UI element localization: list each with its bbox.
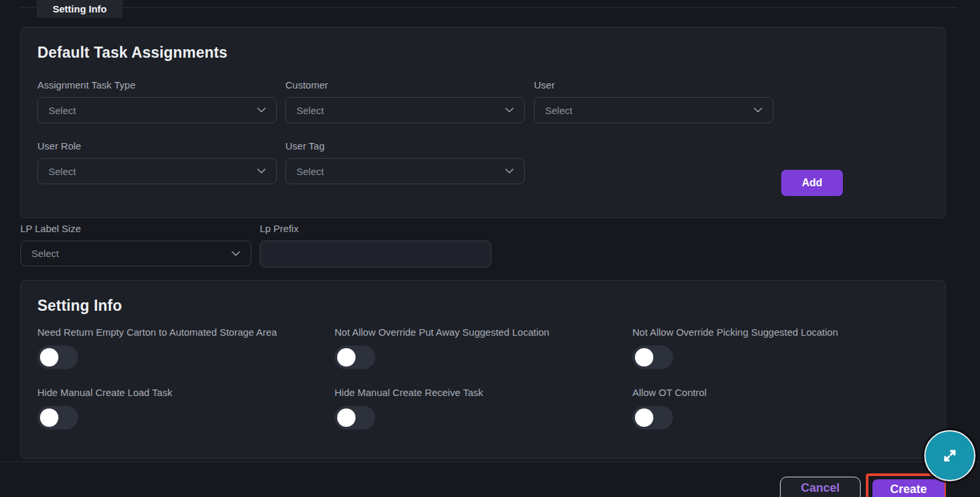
toggle-need-return-empty-carton[interactable] bbox=[37, 346, 78, 369]
user-role-select[interactable]: Select bbox=[37, 158, 277, 184]
chevron-down-icon bbox=[505, 108, 514, 113]
toggle-knob bbox=[40, 348, 58, 367]
toggle-knob bbox=[337, 408, 356, 427]
assignment-task-type-label: Assignment Task Type bbox=[37, 79, 277, 90]
field-user-role: User Role Select bbox=[37, 140, 277, 184]
lp-label-size-placeholder: Select bbox=[31, 248, 59, 259]
toggle-knob bbox=[635, 348, 653, 367]
hide-manual-create-receive-label: Hide Manual Create Receive Task bbox=[335, 387, 483, 398]
allow-ot-control-label: Allow OT Control bbox=[632, 387, 706, 398]
user-placeholder: Select bbox=[545, 105, 573, 116]
lp-label-size-label: LP Label Size bbox=[20, 223, 251, 234]
lp-prefix-label: Lp Prefix bbox=[260, 223, 491, 234]
toggle-knob bbox=[337, 348, 356, 367]
user-tag-placeholder: Select bbox=[296, 166, 324, 177]
chevron-down-icon bbox=[754, 108, 762, 113]
need-return-empty-carton-label: Need Return Empty Carton to Automated St… bbox=[37, 327, 277, 338]
user-role-label: User Role bbox=[37, 140, 277, 151]
customer-select[interactable]: Select bbox=[285, 97, 525, 123]
chevron-down-icon bbox=[257, 169, 266, 174]
setting-need-return-empty-carton: Need Return Empty Carton to Automated St… bbox=[37, 327, 277, 369]
warehouse-settings-page: Setting Info Default Task Assignments As… bbox=[0, 0, 980, 497]
setting-info-title: Setting Info bbox=[37, 297, 122, 315]
lp-label-size-select[interactable]: Select bbox=[20, 241, 251, 266]
create-button[interactable]: Create bbox=[872, 479, 945, 497]
expand-arrows-icon bbox=[939, 445, 961, 467]
setting-hide-manual-create-receive: Hide Manual Create Receive Task bbox=[335, 387, 483, 429]
field-lp-prefix: Lp Prefix bbox=[260, 223, 491, 268]
toggle-knob bbox=[40, 408, 58, 427]
user-tag-select[interactable]: Select bbox=[285, 158, 525, 184]
setting-not-allow-override-picking: Not Allow Override Picking Suggested Loc… bbox=[632, 327, 838, 369]
customer-label: Customer bbox=[285, 79, 525, 90]
lp-prefix-input[interactable] bbox=[260, 241, 491, 268]
toggle-not-allow-override-picking[interactable] bbox=[632, 346, 673, 369]
default-task-assignments-card: Default Task Assignments Assignment Task… bbox=[20, 27, 946, 218]
chevron-down-icon bbox=[505, 169, 514, 174]
user-tag-label: User Tag bbox=[285, 140, 525, 151]
user-role-placeholder: Select bbox=[49, 166, 76, 177]
not-allow-override-picking-label: Not Allow Override Picking Suggested Loc… bbox=[632, 327, 838, 338]
chevron-down-icon bbox=[232, 251, 240, 256]
annotation-highlight-box: Create bbox=[866, 473, 946, 497]
setting-hide-manual-create-load: Hide Manual Create Load Task bbox=[37, 387, 173, 429]
expand-button[interactable] bbox=[924, 430, 975, 481]
customer-placeholder: Select bbox=[296, 105, 324, 116]
field-assignment-task-type: Assignment Task Type Select bbox=[37, 79, 277, 123]
hide-manual-create-load-label: Hide Manual Create Load Task bbox=[37, 387, 173, 398]
toggle-hide-manual-create-receive[interactable] bbox=[335, 406, 375, 429]
user-label: User bbox=[534, 79, 773, 90]
setting-not-allow-override-putaway: Not Allow Override Put Away Suggested Lo… bbox=[335, 327, 549, 369]
toggle-hide-manual-create-load[interactable] bbox=[37, 406, 78, 429]
user-select[interactable]: Select bbox=[534, 97, 773, 123]
chevron-down-icon bbox=[257, 108, 266, 113]
field-user-tag: User Tag Select bbox=[285, 140, 525, 184]
assignment-task-type-select[interactable]: Select bbox=[37, 97, 277, 123]
field-customer: Customer Select bbox=[285, 79, 525, 123]
field-lp-label-size: LP Label Size Select bbox=[20, 223, 251, 266]
default-task-assignments-title: Default Task Assignments bbox=[37, 44, 228, 62]
assignment-task-type-placeholder: Select bbox=[49, 105, 76, 116]
top-divider bbox=[20, 7, 958, 8]
setting-allow-ot-control: Allow OT Control bbox=[632, 387, 706, 429]
cancel-button[interactable]: Cancel bbox=[780, 477, 861, 497]
field-user: User Select bbox=[534, 79, 773, 123]
toggle-knob bbox=[635, 408, 653, 427]
not-allow-override-putaway-label: Not Allow Override Put Away Suggested Lo… bbox=[335, 327, 549, 338]
add-button[interactable]: Add bbox=[781, 170, 843, 196]
tab-setting-info[interactable]: Setting Info bbox=[37, 0, 123, 18]
toggle-allow-ot-control[interactable] bbox=[632, 406, 673, 429]
setting-info-card: Setting Info Need Return Empty Carton to… bbox=[20, 280, 946, 459]
footer-divider bbox=[0, 462, 980, 462]
toggle-not-allow-override-putaway[interactable] bbox=[335, 346, 375, 369]
